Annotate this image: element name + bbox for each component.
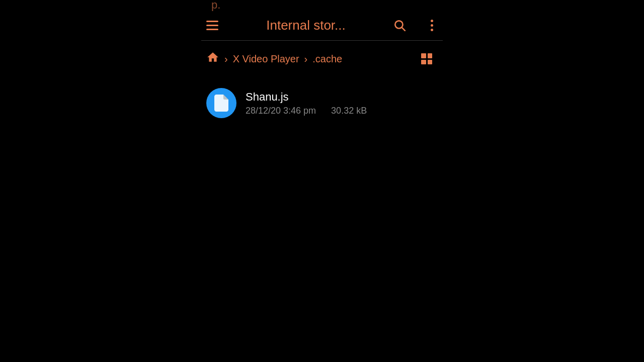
- file-list: Shanu.js 28/12/20 3:46 pm 30.32 kB: [0, 77, 644, 129]
- breadcrumb-home[interactable]: [206, 51, 219, 67]
- grid-view-icon: [421, 53, 432, 64]
- file-date: 28/12/20 3:46 pm: [246, 106, 316, 116]
- top-partial-bar: p.: [0, 0, 644, 10]
- file-size: 30.32 kB: [331, 106, 367, 116]
- more-options-button[interactable]: [421, 14, 443, 36]
- app-container: p. Internal stor...: [0, 0, 644, 362]
- search-button[interactable]: [388, 14, 411, 36]
- file-icon-circle: [206, 88, 236, 118]
- toolbar-title: Internal stor...: [233, 18, 378, 33]
- search-icon: [393, 19, 406, 32]
- file-item[interactable]: Shanu.js 28/12/20 3:46 pm 30.32 kB: [201, 82, 443, 124]
- hamburger-icon: [206, 21, 218, 30]
- menu-button[interactable]: [201, 14, 223, 36]
- breadcrumb-x-video-player[interactable]: X Video Player: [233, 53, 299, 65]
- svg-point-0: [395, 21, 403, 28]
- breadcrumb-separator-1: ›: [224, 53, 228, 65]
- document-icon: [214, 95, 228, 112]
- breadcrumb-bar: › X Video Player › .cache: [0, 41, 644, 77]
- file-name: Shanu.js: [246, 90, 438, 104]
- breadcrumb-current: .cache: [312, 53, 342, 65]
- partial-app-name: p.: [211, 0, 220, 12]
- svg-line-1: [402, 28, 405, 30]
- breadcrumb-separator-2: ›: [304, 53, 308, 65]
- vertical-dots-icon: [431, 20, 433, 31]
- home-icon: [206, 51, 219, 64]
- file-meta: 28/12/20 3:46 pm 30.32 kB: [246, 106, 438, 116]
- toolbar: Internal stor...: [0, 10, 644, 40]
- grid-view-button[interactable]: [416, 48, 438, 70]
- file-info: Shanu.js 28/12/20 3:46 pm 30.32 kB: [246, 90, 438, 116]
